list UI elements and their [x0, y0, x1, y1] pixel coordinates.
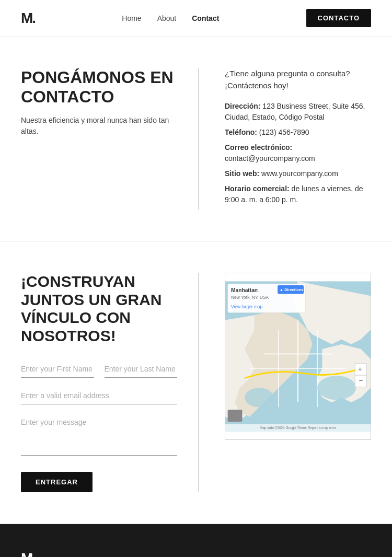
contact-address: Dirección: 123 Business Street, Suite 45…	[225, 101, 371, 123]
map-svg: Manhattan New York, NY, USA ▲ Directions…	[225, 273, 371, 439]
nav-links: Home About Contact	[122, 14, 219, 22]
svg-text:Manhattan: Manhattan	[231, 287, 258, 293]
nav-contact[interactable]: Contact	[192, 14, 219, 22]
map-container[interactable]: Manhattan New York, NY, USA ▲ Directions…	[225, 273, 371, 440]
footer: M. DIRECCIÓN 123 Business Street, Suite …	[0, 524, 392, 557]
form-heading: ¡CONSTRUYAN JUNTOS UN GRAN VÍNCULO CON N…	[21, 273, 177, 345]
info-left: PONGÁMONOS EN CONTACTO Nuestra eficienci…	[21, 68, 199, 210]
main-heading: PONGÁMONOS EN CONTACTO	[21, 68, 177, 107]
address-label: Dirección:	[225, 102, 260, 110]
form-map-section: ¡CONSTRUYAN JUNTOS UN GRAN VÍNCULO CON N…	[0, 241, 392, 524]
svg-text:Map data ©2024 Google  Terms  : Map data ©2024 Google Terms Report a map…	[260, 426, 337, 430]
footer-logo: M.	[21, 550, 371, 557]
svg-text:▲ Directions: ▲ Directions	[280, 287, 304, 292]
info-right: ¿Tiene alguna pregunta o consulta? ¡Cont…	[199, 68, 371, 210]
website-label: Sitio web:	[225, 169, 259, 178]
navbar: M. Home About Contact CONTACTO	[0, 0, 392, 37]
phone-label: Teléfono:	[225, 128, 257, 136]
email-value: contact@yourcompany.com	[225, 154, 315, 163]
svg-point-11	[245, 388, 274, 407]
first-name-input[interactable]	[21, 361, 94, 378]
logo: M.	[21, 11, 35, 26]
hours-label: Horario comercial:	[225, 184, 290, 193]
website-value: www.yourcompany.com	[261, 169, 338, 178]
last-name-input[interactable]	[105, 361, 178, 378]
nav-about[interactable]: About	[157, 14, 177, 22]
form-panel: ¡CONSTRUYAN JUNTOS UN GRAN VÍNCULO CON N…	[21, 273, 199, 492]
email-input[interactable]	[21, 387, 177, 404]
contact-info-section: PONGÁMONOS EN CONTACTO Nuestra eficienci…	[0, 37, 392, 241]
nav-cta-button[interactable]: CONTACTO	[306, 9, 371, 27]
contact-email: Correo electrónico: contact@yourcompany.…	[225, 142, 371, 164]
svg-rect-24	[228, 410, 243, 422]
svg-point-10	[317, 376, 356, 400]
email-row	[21, 387, 177, 404]
nav-home[interactable]: Home	[122, 14, 141, 22]
info-subtext: Nuestra eficiencia y moral nunca han sid…	[21, 115, 177, 137]
message-input[interactable]	[21, 414, 177, 456]
svg-text:View larger map: View larger map	[231, 304, 262, 309]
message-row	[21, 414, 177, 457]
contact-phone: Teléfono: (123) 456-7890	[225, 127, 371, 138]
map-panel: Manhattan New York, NY, USA ▲ Directions…	[199, 273, 371, 492]
svg-text:−: −	[359, 377, 363, 385]
contact-website: Sitio web: www.yourcompany.com	[225, 168, 371, 179]
contact-intro: ¿Tiene alguna pregunta o consulta? ¡Cont…	[225, 68, 371, 91]
submit-button[interactable]: ENTREGAR	[21, 472, 93, 492]
phone-value: (123) 456-7890	[259, 128, 309, 136]
name-row	[21, 361, 177, 378]
email-label: Correo electrónico:	[225, 143, 292, 152]
svg-text:+: +	[358, 365, 362, 373]
logo-m: M.	[21, 10, 35, 26]
svg-text:New York, NY, USA: New York, NY, USA	[231, 295, 269, 300]
contact-hours: Horario comercial: de lunes a viernes, d…	[225, 183, 371, 205]
